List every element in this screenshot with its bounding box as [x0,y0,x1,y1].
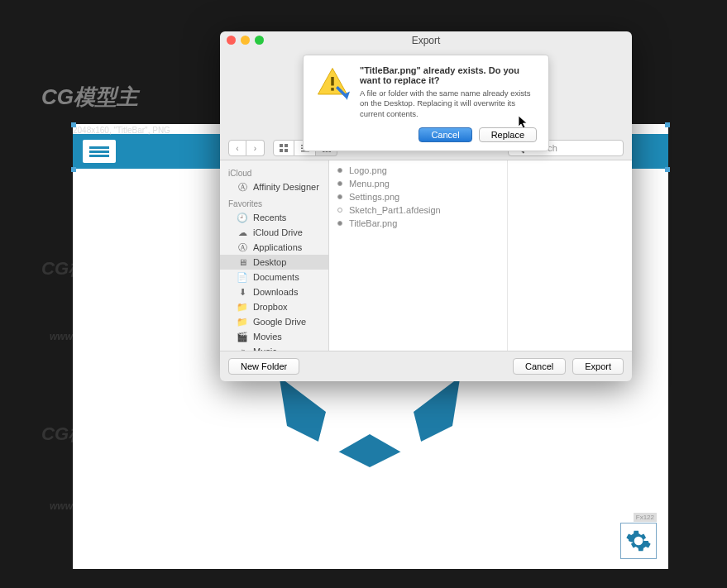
sidebar-group-icloud: iCloud [220,164,328,179]
sidebar-item-documents[interactable]: 📄Documents [220,270,328,284]
mouse-cursor-icon [519,116,529,129]
alert-body: A file or folder with the same name alre… [360,88,537,119]
sidebar-item-affinity-designer[interactable]: ⒶAffinity Designer [220,179,328,194]
view-icons-button[interactable] [273,140,294,156]
titlebar-logo-icon [83,140,116,163]
sidebar-group-favorites: Favorites [220,194,328,210]
selection-handle[interactable] [71,167,76,172]
selection-handle[interactable] [665,167,670,172]
selection-handle[interactable] [665,122,670,127]
minimize-window-button[interactable] [241,36,250,45]
settings-gear-thumb[interactable] [620,523,657,559]
warning-icon [315,65,350,100]
folder-icon: 📁 [237,302,248,312]
window-controls [227,36,264,45]
gear-thumb-label: Fx122 [634,513,657,522]
selection-handle[interactable] [71,122,76,127]
sidebar-item-movies[interactable]: 🎬Movies [220,329,328,344]
new-folder-button[interactable]: New Folder [228,358,299,375]
sidebar: iCloud ⒶAffinity Designer Favorites 🕘Rec… [220,160,329,351]
app-icon: Ⓐ [237,182,248,192]
gear-icon [625,528,652,554]
file-icon [337,208,342,213]
dialog-title: Export [412,35,441,46]
dialog-footer: New Folder Cancel Export [220,351,632,381]
export-button[interactable]: Export [572,358,624,375]
alert-heading: "TitleBar.png" already exists. Do you wa… [360,65,537,85]
file-icon [337,221,342,226]
sidebar-item-music[interactable]: ♫Music [220,344,328,351]
desktop-icon: 🖥 [237,257,248,267]
file-icon [337,168,342,173]
svg-rect-2 [280,144,283,147]
close-window-button[interactable] [227,36,236,45]
cloud-icon: ☁︎ [237,227,248,237]
app-icon: Ⓐ [237,242,248,252]
sidebar-item-recents[interactable]: 🕘Recents [220,210,328,225]
movie-icon: 🎬 [237,332,248,342]
file-icon [337,181,342,186]
file-preview-column [508,160,632,351]
music-icon: ♫ [237,347,248,351]
file-row[interactable]: Logo.png [329,164,507,177]
download-icon: ⬇︎ [237,287,248,297]
dialog-titlebar[interactable]: Export [220,31,632,50]
file-row[interactable]: Settings.png [329,190,507,203]
sidebar-item-dropbox[interactable]: 📁Dropbox [220,299,328,314]
sidebar-item-icloud-drive[interactable]: ☁︎iCloud Drive [220,225,328,240]
svg-rect-4 [280,149,283,152]
file-column[interactable]: Logo.pngMenu.pngSettings.pngSketch_Part1… [329,160,508,351]
nav-forward-button[interactable]: › [246,140,265,156]
alert-cancel-button[interactable]: Cancel [419,127,471,142]
svg-rect-1 [331,88,334,91]
zoom-window-button[interactable] [255,36,264,45]
document-info-label: 2048x160, "TitleBar", PNG [73,126,170,135]
file-row[interactable]: Menu.png [329,177,507,190]
file-icon [337,194,342,199]
alert-replace-button[interactable]: Replace [479,127,537,142]
file-browser-body: iCloud ⒶAffinity Designer Favorites 🕘Rec… [220,160,632,351]
sidebar-item-applications[interactable]: ⒶApplications [220,240,328,255]
sidebar-item-desktop[interactable]: 🖥Desktop [220,255,328,270]
folder-icon: 📁 [237,317,248,327]
file-row[interactable]: Sketch_Part1.afdesign [329,203,507,217]
sidebar-item-google-drive[interactable]: 📁Google Drive [220,314,328,329]
svg-rect-3 [285,144,288,147]
file-row[interactable]: TitleBar.png [329,217,507,230]
export-dialog: Export "TitleBar.png" already exists. Do… [220,31,632,381]
replace-alert-sheet: "TitleBar.png" already exists. Do you wa… [303,55,549,151]
cancel-button[interactable]: Cancel [513,358,566,375]
doc-icon: 📄 [237,272,248,282]
nav-back-button[interactable]: ‹ [228,140,246,156]
svg-rect-5 [285,149,288,152]
svg-rect-0 [331,77,334,86]
sidebar-item-downloads[interactable]: ⬇︎Downloads [220,284,328,299]
clock-icon: 🕘 [237,213,248,222]
